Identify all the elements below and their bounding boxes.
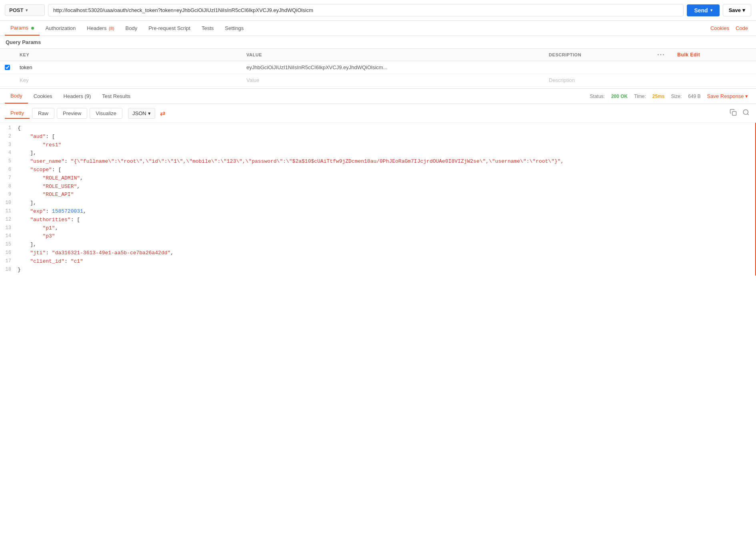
size-value: 649 B — [688, 94, 700, 99]
view-preview-button[interactable]: Preview — [57, 108, 87, 119]
response-tab-headers[interactable]: Headers (9) — [58, 89, 97, 103]
time-value: 25ms — [652, 94, 665, 99]
json-line: 12 "authorities": [ — [0, 216, 755, 224]
response-toolbar: Pretty Raw Preview Visualize JSON ▾ ⇄ — [0, 104, 756, 123]
table-empty-row: Key Value Description — [0, 74, 756, 87]
line-content: { — [18, 124, 752, 133]
line-content: "ROLE_ADMIN", — [18, 174, 752, 183]
code-link[interactable]: Code — [732, 21, 751, 35]
json-line: 16 "jti": "da316321-3613-49e1-aa5b-ce7ba… — [0, 249, 755, 258]
send-chevron: ▾ — [710, 8, 712, 12]
json-line: 7 "ROLE_ADMIN", — [0, 174, 755, 183]
table-row: token eyJhbGciOiJIUzI1NiIsInR5cCI6IkpXVC… — [0, 61, 756, 74]
row-checkbox[interactable] — [5, 65, 10, 70]
row-value: eyJhbGciOiJIUzI1NiIsInR5cCI6IkpXVCJ9.eyJ… — [246, 64, 388, 70]
json-line: 13 "p1", — [0, 224, 755, 233]
empty-value-cell[interactable]: Value — [242, 74, 544, 87]
response-tab-test-results[interactable]: Test Results — [96, 89, 136, 103]
headers-badge: (8) — [109, 26, 114, 31]
response-headers-badge: (9) — [84, 93, 91, 99]
json-line: 9 "ROLE_API" — [0, 191, 755, 199]
json-line: 14 "p3" — [0, 232, 755, 241]
tab-params[interactable]: Params — [5, 21, 40, 36]
line-number: 2 — [3, 133, 18, 140]
line-number: 1 — [3, 124, 18, 132]
top-bar: POST ▾ Send ▾ Save ▾ — [0, 0, 756, 21]
bulk-edit-button[interactable]: Bulk Edit — [677, 52, 700, 58]
tab-tests[interactable]: Tests — [196, 21, 219, 35]
tab-params-label: Params — [10, 25, 28, 31]
url-input[interactable] — [48, 4, 684, 16]
line-number: 10 — [3, 199, 18, 207]
json-line: 6 "scope": [ — [0, 166, 755, 174]
format-chevron: ▾ — [148, 110, 151, 116]
status-value: 200 OK — [611, 94, 628, 99]
json-line: 17 "client_id": "c1" — [0, 258, 755, 266]
row-key-cell: token — [15, 61, 242, 74]
json-line: 2 "aud": [ — [0, 133, 755, 141]
save-button[interactable]: Save ▾ — [723, 4, 751, 16]
cookies-link[interactable]: Cookies — [707, 21, 732, 35]
response-test-results-label: Test Results — [102, 93, 130, 99]
query-params-title: Query Params — [0, 36, 756, 48]
response-tab-cookies[interactable]: Cookies — [28, 89, 58, 103]
response-tab-body[interactable]: Body — [5, 89, 28, 104]
line-content: } — [18, 266, 752, 274]
col-actions-header: ··· — [652, 49, 672, 61]
line-number: 18 — [3, 266, 18, 274]
json-line: 3 "res1" — [0, 141, 755, 150]
filter-icon[interactable]: ⇄ — [160, 110, 165, 117]
json-line: 18} — [0, 266, 755, 274]
response-section: Body Cookies Headers (9) Test Results St… — [0, 88, 756, 276]
tab-authorization-label: Authorization — [45, 25, 76, 31]
row-desc-cell — [544, 61, 652, 74]
format-select[interactable]: JSON ▾ — [128, 108, 155, 119]
line-content: ], — [18, 199, 752, 208]
response-body-label: Body — [10, 93, 22, 99]
row-extra-cell — [672, 61, 756, 74]
json-viewer: 1{2 "aud": [3 "res1"4 ],5 "user_name": "… — [0, 123, 755, 276]
tab-prerequest-label: Pre-request Script — [148, 25, 190, 31]
line-content: "aud": [ — [18, 133, 752, 141]
search-icon[interactable] — [741, 107, 751, 119]
line-number: 7 — [3, 174, 18, 182]
view-raw-button[interactable]: Raw — [32, 108, 54, 119]
line-content: "ROLE_USER", — [18, 183, 752, 191]
response-tabs-row: Body Cookies Headers (9) Test Results St… — [0, 89, 756, 104]
method-select[interactable]: POST ▾ — [5, 4, 45, 16]
line-number: 6 — [3, 166, 18, 174]
line-content: ], — [18, 241, 752, 249]
more-options-icon[interactable]: ··· — [657, 51, 665, 58]
empty-desc-cell[interactable]: Description — [544, 74, 652, 87]
response-cookies-label: Cookies — [34, 93, 52, 99]
line-number: 14 — [3, 232, 18, 240]
send-button[interactable]: Send ▾ — [687, 4, 719, 16]
tab-body-label: Body — [126, 25, 138, 31]
svg-point-1 — [743, 110, 748, 114]
line-content: "authorities": [ — [18, 216, 752, 224]
line-number: 4 — [3, 149, 18, 157]
empty-key-cell[interactable]: Key — [15, 74, 242, 87]
method-chevron: ▾ — [26, 8, 28, 12]
tab-authorization[interactable]: Authorization — [40, 21, 81, 35]
save-label: Save — [729, 7, 741, 13]
tab-settings[interactable]: Settings — [219, 21, 249, 35]
line-number: 12 — [3, 216, 18, 224]
json-line: 15 ], — [0, 241, 755, 249]
tab-body[interactable]: Body — [120, 21, 143, 35]
empty-check-cell — [0, 74, 15, 87]
save-response-button[interactable]: Save Response ▾ — [707, 93, 748, 99]
tab-settings-label: Settings — [225, 25, 244, 31]
tab-headers[interactable]: Headers (8) — [81, 21, 120, 35]
line-number: 17 — [3, 258, 18, 265]
line-number: 16 — [3, 249, 18, 257]
tab-prerequest[interactable]: Pre-request Script — [143, 21, 196, 35]
view-pretty-button[interactable]: Pretty — [5, 108, 30, 119]
copy-icon[interactable] — [728, 107, 738, 119]
line-content: "scope": [ — [18, 166, 752, 174]
json-container: 1{2 "aud": [3 "res1"4 ],5 "user_name": "… — [0, 123, 756, 276]
row-value-cell: eyJhbGciOiJIUzI1NiIsInR5cCI6IkpXVCJ9.eyJ… — [242, 61, 544, 74]
view-visualize-button[interactable]: Visualize — [90, 108, 122, 119]
status-label: Status: — [590, 94, 605, 99]
line-content: ], — [18, 149, 752, 158]
